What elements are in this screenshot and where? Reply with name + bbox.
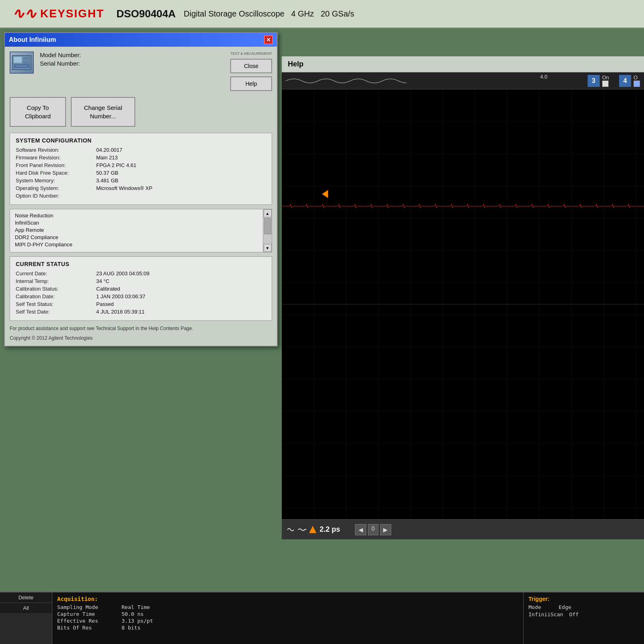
- system-config-title: SYSTEM CONFIGURATION: [16, 137, 266, 144]
- table-row: Operating System: Microsoft Windows® XP: [16, 185, 266, 191]
- close-help-col: TEST & MEASUREMENT Close Help: [230, 52, 272, 91]
- model-description: Digital Storage Oscilloscope 4 GHz 20 GS…: [184, 9, 355, 19]
- dialog-x-button[interactable]: ✕: [264, 35, 273, 44]
- scrollbar[interactable]: ▲ ▼: [263, 209, 272, 252]
- dialog-title: About Infiniium: [9, 36, 56, 43]
- model-info: Model Number: Serial Number:: [40, 52, 224, 68]
- dialog-body: Model Number: Serial Number: TEST & MEAS…: [5, 47, 277, 346]
- trigger-title: Trigger:: [528, 596, 639, 602]
- list-item: DDR2 Compliance: [15, 234, 258, 240]
- channel3-checkbox[interactable]: [602, 80, 609, 87]
- list-item: Noise Reduction: [15, 213, 258, 219]
- bottom-bar: Delete All Acquisition: Sampling Mode Re…: [0, 592, 644, 644]
- scope-display: Help 4.0 3 On 4: [282, 56, 644, 539]
- scroll-thumb[interactable]: [264, 218, 271, 234]
- table-row: Hard Disk Free Space: 50.37 GB: [16, 170, 266, 176]
- current-status-rows: Current Date: 23 AUG 2003 04:05:09 Inter…: [16, 270, 266, 315]
- acq-row: Effective Res 3.13 ps/pt: [57, 618, 518, 624]
- channel-row: 4.0 3 On 4 O: [282, 72, 644, 89]
- list-item: MIPI D-PHY Compliance: [15, 242, 258, 248]
- svg-rect-3: [23, 61, 30, 64]
- svg-rect-1: [14, 57, 22, 63]
- channel4-label: O: [634, 74, 638, 80]
- current-status-title: CURRENT STATUS: [16, 261, 266, 267]
- model-number: DSO90404A: [116, 8, 175, 20]
- dialog-titlebar: About Infiniium ✕: [5, 33, 277, 47]
- channel3-button[interactable]: 3 On: [588, 74, 609, 87]
- tm-label: TEST & MEASUREMENT: [230, 52, 272, 56]
- keysight-logo: ∿∿ KEYSIGHT: [12, 5, 104, 22]
- trigger-marker-icon: [309, 526, 316, 533]
- list-item: App Remote: [15, 227, 258, 233]
- about-infiniium-dialog: About Infiniium ✕ Model Number:: [4, 32, 278, 347]
- table-row: Calibration Date: 1 JAN 2003 03:06:37: [16, 293, 266, 299]
- help-bar: Help: [282, 56, 644, 72]
- trigger-panel: Trigger: Mode Edge InfiniiScan Off: [523, 592, 644, 644]
- model-serial-row: Model Number: Serial Number: TEST & MEAS…: [10, 52, 272, 91]
- model-number-label: Model Number:: [40, 52, 224, 58]
- acquisition-panel: Acquisition: Sampling Mode Real Time Cap…: [52, 592, 523, 644]
- waveform-area: [282, 89, 644, 519]
- all-button[interactable]: All: [0, 603, 52, 613]
- support-text: For product assistance and support see T…: [10, 325, 272, 332]
- table-row: Software Revision: 04.20.0017: [16, 147, 266, 153]
- logo-wave-icon: ∿∿: [12, 5, 36, 22]
- help-label: Help: [288, 60, 303, 68]
- table-row: Self Test Status: Passed: [16, 301, 266, 307]
- channel4-button[interactable]: 4 O: [619, 74, 640, 87]
- channel4-number: 4: [619, 75, 631, 87]
- acq-row: Bits Of Res 8 bits: [57, 625, 518, 631]
- scroll-down-button[interactable]: ▼: [264, 244, 272, 252]
- timebase-value: 2.2 ps: [320, 525, 352, 534]
- table-row: Calibration Status: Calibrated: [16, 286, 266, 292]
- system-config-rows: Software Revision: 04.20.0017 Firmware R…: [16, 147, 266, 199]
- help-dialog-button[interactable]: Help: [230, 76, 272, 91]
- delete-button[interactable]: Delete: [0, 592, 52, 603]
- options-list: Noise Reduction InfiniiScan App Remote D…: [10, 209, 272, 252]
- channel3-label: On: [602, 74, 609, 80]
- change-serial-number-button[interactable]: Change Serial Number...: [71, 97, 135, 127]
- timebase-bar: 2.2 ps ◀ 0 ▶: [282, 519, 644, 539]
- table-row: Internal Temp: 34 °C: [16, 278, 266, 284]
- table-row: Firmware Revision: Main 213: [16, 155, 266, 161]
- current-status-section: CURRENT STATUS Current Date: 23 AUG 2003…: [10, 256, 272, 321]
- serial-number-label: Serial Number:: [40, 60, 224, 67]
- options-items: Noise Reduction InfiniiScan App Remote D…: [10, 209, 263, 252]
- system-config-section: SYSTEM CONFIGURATION Software Revision: …: [10, 133, 272, 205]
- channel4-checkbox[interactable]: [634, 80, 640, 87]
- table-row: System Memory: 3.481 GB: [16, 178, 266, 184]
- acq-row: Capture Time 50.0 ns: [57, 611, 518, 617]
- copy-to-clipboard-button[interactable]: Copy To Clipboard: [10, 97, 66, 127]
- svg-rect-2: [23, 57, 30, 60]
- brand-name: KEYSIGHT: [40, 7, 104, 20]
- trigger-row: InfiniiScan Off: [528, 611, 639, 617]
- table-row: Option ID Number:: [16, 193, 266, 199]
- scroll-up-button[interactable]: ▲: [264, 209, 272, 217]
- table-row: Front Panel Revision: FPGA 2 PIC 4.61: [16, 162, 266, 168]
- timebase-counter: 0: [368, 524, 378, 535]
- trigger-row: Mode Edge: [528, 604, 639, 610]
- acquisition-title: Acquisition:: [57, 596, 518, 602]
- header-bar: ∿∿ KEYSIGHT DSO90404A Digital Storage Os…: [0, 0, 644, 28]
- acq-row: Sampling Mode Real Time: [57, 604, 518, 610]
- timebase-arrows: ◀ 0 ▶: [355, 524, 391, 535]
- copyright-text: Copyright © 2012 Agilent Technologies: [10, 335, 272, 341]
- instrument-icon: [10, 52, 34, 74]
- timebase-left-button[interactable]: ◀: [355, 524, 366, 535]
- bottom-left-controls: Delete All: [0, 592, 52, 644]
- timebase-right-button[interactable]: ▶: [380, 524, 391, 535]
- table-row: Self Test Date: 4 JUL 2018 05:39:11: [16, 309, 266, 315]
- channel3-number: 3: [588, 75, 600, 87]
- table-row: Current Date: 23 AUG 2003 04:05:09: [16, 270, 266, 277]
- action-buttons-row: Copy To Clipboard Change Serial Number..…: [10, 97, 272, 127]
- waveform-svg: [282, 89, 644, 519]
- main-area: About Infiniium ✕ Model Number:: [0, 28, 644, 592]
- list-item: InfiniiScan: [15, 220, 258, 226]
- close-dialog-button[interactable]: Close: [230, 59, 272, 73]
